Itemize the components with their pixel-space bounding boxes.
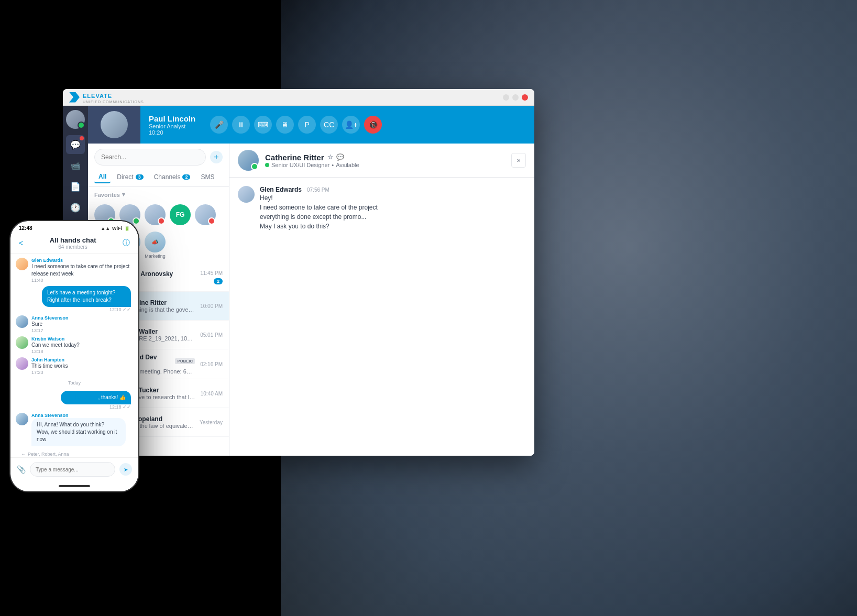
phone-msg-sent-2: @Eliza Johns, thanks! 👍 12:18 ✓✓ <box>16 391 131 410</box>
minimize-button[interactable] <box>503 94 509 101</box>
fav-contact-3[interactable] <box>145 204 166 225</box>
phone-text-glen: I need someone to take care of the proje… <box>31 263 133 278</box>
nav-chat-icon[interactable]: 💬 <box>66 135 85 154</box>
maximize-button[interactable] <box>512 94 519 101</box>
phone-text-anna1: Sure <box>31 321 133 328</box>
phone-sender-anna1: Anna Stevenson <box>31 315 133 321</box>
main-content: + All Direct 3 Channels 2 <box>88 144 534 456</box>
msg-avatar-glen <box>238 186 255 203</box>
collapse-panel-button[interactable]: » <box>511 153 526 168</box>
fav-group-marketing[interactable]: 📣 Marketing <box>145 232 166 259</box>
fav-avatar-4: FG <box>170 204 191 225</box>
phone-info-button[interactable]: ⓘ <box>123 238 130 248</box>
close-button[interactable] <box>522 94 528 101</box>
phone-msg-sent-1: Let's have a meeting tonight? Right afte… <box>16 286 131 312</box>
phone-bubble-text-2: @Eliza Johns, thanks! 👍 <box>61 391 131 404</box>
phone-chat-title-area: All hands chat 64 members <box>23 236 123 250</box>
nav-files-icon[interactable]: 📄 <box>66 177 85 196</box>
chat-time-catherine: 10:00 PM <box>200 303 223 309</box>
tab-sms[interactable]: SMS <box>196 171 218 183</box>
app-subtitle: UNIFIED COMMUNICATIONS <box>83 100 144 104</box>
user-avatar[interactable] <box>66 110 85 129</box>
phone-home-indicator <box>59 485 90 487</box>
keypad-button[interactable]: ⌨ <box>254 116 272 134</box>
chat-meta-catherine: 10:00 PM <box>200 303 223 309</box>
phone-text-kristin: Can we meet today? <box>31 342 133 349</box>
chat-unread-ariana: 2 <box>214 278 223 284</box>
phone-msg-body-anna2: Anna Stevenson Hi, Anna! What do you thi… <box>31 413 133 446</box>
phone-sender-john: John Hampton <box>31 357 133 362</box>
phone-sender-glen: Glen Edwards <box>31 258 133 263</box>
phone-attach-icon[interactable]: 📎 <box>17 465 26 474</box>
star-icon[interactable]: ☆ <box>327 153 333 161</box>
chat-notification-badge <box>80 136 84 140</box>
phone-back-button[interactable]: < <box>19 239 23 247</box>
call-bar-container: Paul Lincoln Senior Analyst 10:20 🎤 ⏸ ⌨ … <box>88 106 534 144</box>
add-chat-button[interactable]: + <box>210 151 223 163</box>
phone-message-input[interactable] <box>30 462 115 477</box>
incoming-caller-avatar <box>101 111 128 138</box>
phone-screen: 12:48 ▲▲ WiFi 🔋 < All hands chat 64 memb… <box>10 221 138 491</box>
caller-info: Paul Lincoln Senior Analyst 10:20 <box>149 114 195 136</box>
main-chat-panel: Catherine Ritter ☆ 💬 Senior UX/UI Design… <box>229 144 534 456</box>
phone-msg-anna1: Anna Stevenson Sure 13:17 <box>16 315 133 333</box>
msg-sender-glen: Glen Edwards <box>260 186 302 193</box>
active-call-bar: Paul Lincoln Senior Analyst 10:20 🎤 ⏸ ⌨ … <box>140 106 534 144</box>
message-row-glen: Glen Edwards 07:56 PM Hey! I need someon… <box>238 186 526 231</box>
phone-avatar-kristin <box>16 336 28 349</box>
screen-share-button[interactable]: 🖥 <box>276 116 294 134</box>
messages-area: Glen Edwards 07:56 PM Hey! I need someon… <box>229 178 534 456</box>
phone-time: 12:48 <box>19 225 32 231</box>
phone-text-anna2: Hi, Anna! What do you think? <box>37 421 120 428</box>
msg-time-glen: 07:56 PM <box>307 187 329 193</box>
chat-time-oscar: 05:01 PM <box>200 332 223 338</box>
phone-typing-indicator: ← Peter, Robert, Anna <box>16 449 133 457</box>
phone-time-john: 17:23 <box>31 370 133 375</box>
chat-time-sarah: 10:40 AM <box>201 391 223 397</box>
phone-text-anna2b: Wow, we should start working on it now <box>37 428 120 443</box>
chat-time-lisa: Yesterday <box>200 420 223 425</box>
phone-msg-body-john: John Hampton This time works 17:23 <box>31 357 133 375</box>
tab-all[interactable]: All <box>94 171 111 183</box>
active-contact-avatar <box>238 150 259 171</box>
call-timer: 10:20 <box>149 129 195 136</box>
search-input[interactable] <box>94 149 206 166</box>
fav-group-label-marketing: Marketing <box>145 254 166 259</box>
more-info-icon[interactable]: 💬 <box>336 153 344 161</box>
chat-meta-android: 02:16 PM <box>200 361 223 367</box>
nav-history-icon[interactable]: 🕐 <box>66 198 85 217</box>
phone-bubble-time-1: 12:10 ✓✓ <box>109 307 131 312</box>
phone-bubble-time-2: 12:18 ✓✓ <box>109 404 131 410</box>
mute-button[interactable]: 🎤 <box>210 116 228 134</box>
end-call-button[interactable]: 📵 <box>364 116 382 134</box>
elevate-icon <box>69 92 80 103</box>
mobile-phone: 12:48 ▲▲ WiFi 🔋 < All hands chat 64 memb… <box>9 220 139 492</box>
fav-contact-5[interactable] <box>195 204 216 225</box>
cc-button[interactable]: CC <box>320 116 338 134</box>
nav-video-icon[interactable]: 📹 <box>66 156 85 175</box>
phone-text-john: This time works <box>31 362 133 370</box>
fav-contact-4[interactable]: FG <box>170 204 191 225</box>
online-status-dot <box>265 163 269 167</box>
phone-nav-bar: < All hands chat 64 members ⓘ <box>10 233 138 254</box>
add-person-button[interactable]: 👤+ <box>342 116 360 134</box>
chat-header: Catherine Ritter ☆ 💬 Senior UX/UI Design… <box>229 144 534 178</box>
phone-chat-title: All hands chat <box>23 236 123 244</box>
active-contact-status: Senior UX/UI Designer • Available <box>265 162 505 168</box>
phone-input-bar: 📎 ➤ <box>10 457 138 481</box>
phone-avatar-anna2 <box>16 413 28 425</box>
favorites-label[interactable]: Favorites ▾ <box>94 191 223 198</box>
fav-avatar-5 <box>195 204 216 225</box>
fav-group-avatar-marketing: 📣 <box>145 232 166 252</box>
phone-send-button[interactable]: ➤ <box>119 463 132 476</box>
phone-sender-kristin: Kristin Watson <box>31 336 133 342</box>
hold-button[interactable]: ⏸ <box>232 116 250 134</box>
phone-members-count: 64 members <box>23 244 123 250</box>
typing-users-label: Peter, Robert, Anna <box>28 452 69 457</box>
park-button[interactable]: P <box>298 116 316 134</box>
phone-bottom-bar <box>10 481 138 491</box>
window-controls <box>503 94 528 101</box>
tab-direct[interactable]: Direct 3 <box>113 171 147 183</box>
phone-time-glen: 11:40 <box>31 278 133 283</box>
tab-channels[interactable]: Channels 2 <box>150 171 195 183</box>
